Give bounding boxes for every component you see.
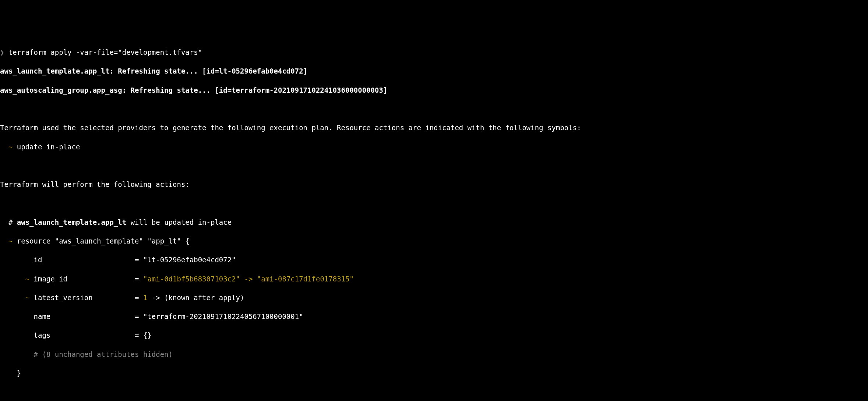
tilde-icon: ~ [0,143,13,151]
command-line: ❯ terraform apply -var-file="development… [0,48,868,57]
attr-id: id = "lt-05296efab0e4cd072" [0,255,868,265]
prompt-icon: ❯ [0,48,4,56]
arrow-text: -> [240,275,257,283]
legend-text: update in-place [13,143,80,151]
update-note: will be updated in-place [126,218,232,226]
blank-line [0,104,868,114]
attr-tags: tags = {} [0,331,868,340]
blank-line [0,199,868,208]
blank-line [0,387,868,397]
resource-declaration: resource "aws_launch_template" "app_lt" … [13,237,189,245]
resource-block-close: } [0,369,868,378]
tilde-icon: ~ [0,237,13,245]
blank-line [0,161,868,171]
actions-heading: Terraform will perform the following act… [0,180,868,189]
plan-intro-text: Terraform used the selected providers to… [0,123,868,133]
hidden-attrs-note: # (8 unchanged attributes hidden) [0,350,868,359]
resource-address: aws_launch_template.app_lt [17,218,126,226]
attr-latest-version: ~ latest_version = 1 -> (known after app… [0,293,868,303]
attr-name: name = "terraform-2021091710224056710000… [0,312,868,322]
hash-prefix: # [0,218,17,226]
new-value: "ami-087c17d1fe0178315" [257,275,354,283]
known-after-apply: -> (known after apply) [147,294,244,302]
old-value: 1 [143,294,147,302]
attr-key: image_id = [29,275,143,283]
update-symbol-legend: ~ update in-place [0,142,868,152]
tilde-icon: ~ [0,294,29,302]
resource-comment: # aws_launch_template.app_lt will be upd… [0,218,868,227]
resource-block-open: ~ resource "aws_launch_template" "app_lt… [0,237,868,246]
attr-image-id: ~ image_id = "ami-0d1bf5b68307103c2" -> … [0,274,868,284]
refresh-state-line: aws_autoscaling_group.app_asg: Refreshin… [0,86,868,95]
attr-key: latest_version = [29,294,143,302]
tilde-icon: ~ [0,275,29,283]
terminal-output[interactable]: ❯ terraform apply -var-file="development… [0,38,868,401]
terraform-apply-command: terraform apply -var-file="development.t… [4,48,202,56]
old-value: "ami-0d1bf5b68307103c2" [143,275,240,283]
refresh-state-line: aws_launch_template.app_lt: Refreshing s… [0,67,868,76]
